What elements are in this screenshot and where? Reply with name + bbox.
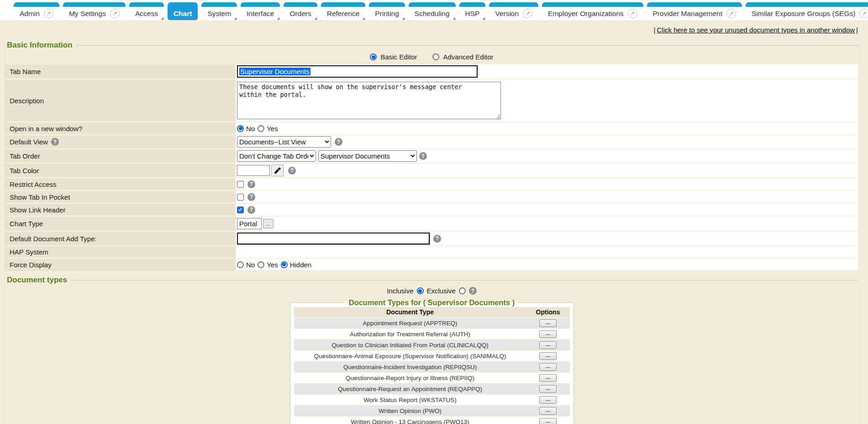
tab-top-bar [542,2,643,7]
external-link-icon[interactable]: ↗ [726,9,736,18]
external-link-icon[interactable]: ↗ [110,9,120,18]
restrict-access-checkbox[interactable] [237,181,244,188]
tab-top-bar [241,2,280,7]
tab-menu-notch-icon [402,17,405,20]
tab-top-bar [168,2,198,7]
open-new-window-no-radio[interactable] [237,125,244,132]
nav-tab[interactable]: Admin ↗ [14,2,59,20]
row-options-button[interactable]: — [539,319,557,327]
chart-type-browse-button[interactable]: ... [263,219,274,228]
exclusive-label: Exclusive [427,287,456,295]
external-link-icon[interactable]: ↗ [44,9,53,18]
default-view-select[interactable]: Documents--List View [237,136,331,148]
nav-tab[interactable]: My Settings ↗ [63,2,126,20]
unused-document-types-link[interactable]: Click here to see your unused document t… [657,26,855,34]
inclusive-radio[interactable] [417,287,424,294]
inclusive-exclusive-toggle: Inclusive Exclusive [5,285,858,296]
row-options-button[interactable]: — [539,341,557,349]
help-icon[interactable] [51,138,59,146]
nav-tab[interactable]: Provider Management ↗ [647,2,742,20]
nav-tab[interactable]: Printing ↗ [369,2,405,20]
field-label: Tab Name [5,64,236,79]
help-icon[interactable] [433,235,441,243]
nav-tab[interactable]: Orders ↗ [284,2,317,20]
nav-tab[interactable]: Employer Organizations ↗ [542,2,643,20]
help-icon[interactable] [247,206,255,214]
field-label: Open in a new window? [5,122,236,134]
row-options-button[interactable]: — [539,396,557,404]
force-display-yes-radio[interactable] [258,261,264,268]
help-icon[interactable] [288,167,296,175]
tab-color-input[interactable] [237,165,270,176]
top-tab-bar: Admin ↗ My Settings ↗ Access ↗ [0,0,868,20]
row-options-button[interactable]: — [539,385,557,393]
exclusive-radio[interactable] [459,287,466,294]
nav-tab[interactable]: Access ↗ [129,2,164,20]
row-options-button[interactable]: — [539,407,557,415]
tab-order-mode-select[interactable]: Don't Change Tab Order [237,150,316,162]
field-label: Tab Order [5,149,236,163]
row-force-display: Force Display No Yes Hidden [5,258,858,270]
nav-tab[interactable]: Version ↗ [489,2,538,20]
row-options-button[interactable]: — [539,352,557,360]
row-options-button[interactable]: — [539,418,557,424]
help-icon[interactable] [469,287,477,295]
description-textarea[interactable]: These documents will show on the supervi… [237,82,501,119]
nav-tab[interactable]: Scheduling ↗ [409,2,456,20]
tab-label: Access [135,10,158,18]
document-types-table-title: Document Types for ( Supervisor Document… [344,298,520,307]
link-pipe-right: | [856,26,858,34]
nav-tab[interactable]: Interface ↗ [241,2,280,20]
tab-top-bar [321,2,366,7]
basic-editor-radio[interactable] [370,53,377,60]
row-options-button[interactable]: — [539,330,557,338]
help-icon[interactable] [247,180,255,188]
open-new-window-yes-radio[interactable] [258,125,264,132]
nav-tab[interactable]: Chart ↗ [168,2,198,20]
force-display-no-radio[interactable] [237,261,244,268]
tab-label: Reference [327,10,360,18]
tab-menu-notch-icon [161,17,163,20]
tab-order-position-select[interactable]: Supervisor Documents [318,150,417,162]
show-link-header-checkbox[interactable] [237,207,244,213]
external-link-icon[interactable]: ↗ [859,9,868,18]
row-options-button[interactable]: — [539,363,557,371]
nav-tab[interactable]: Reference ↗ [321,2,366,20]
document-types-title: Document types [5,276,71,285]
nav-tab[interactable]: System ↗ [201,2,237,20]
field-label: Show Tab In Pocket [5,191,236,203]
tab-top-bar [489,2,538,7]
tab-top-bar [284,2,317,7]
tab-top-bar [129,2,164,7]
document-type-name: Written Opinion - 13 Carcinogens (PWO13) [294,416,526,424]
column-header-options: Options [526,307,570,318]
row-options-button[interactable]: — [539,374,557,382]
force-display-hidden-radio[interactable] [281,261,288,268]
nav-tab[interactable]: HSP ↗ [459,2,486,20]
nav-tab[interactable]: Similar Exposure Groups (SEGs) ↗ [746,2,868,20]
tab-name-input[interactable]: Supervisor Documents [237,65,478,78]
field-label: Default Document Add Type: [5,232,236,245]
help-icon[interactable] [419,152,427,160]
tab-menu-notch-icon [195,17,197,20]
help-icon[interactable] [335,138,342,146]
chart-type-input[interactable]: Portal [237,218,262,229]
table-row: Written Opinion - 13 Carcinogens (PWO13)… [294,416,570,424]
external-link-icon[interactable]: ↗ [523,9,532,18]
advanced-editor-radio[interactable] [432,53,439,60]
field-label: Restrict Access [5,178,236,190]
row-show-link-header: Show Link Header [5,203,858,216]
row-hap-system: HAP System [5,245,858,258]
tab-top-bar [369,2,405,7]
default-document-add-type-input[interactable] [237,233,430,244]
external-link-icon[interactable]: ↗ [628,9,637,18]
show-tab-in-pocket-checkbox[interactable] [237,194,244,201]
help-icon[interactable] [247,193,255,201]
basic-editor-label: Basic Editor [380,53,417,61]
document-type-name: Written Opinion (PWO) [294,405,526,416]
document-types-table: Document Type Options Appointment Reques… [294,307,570,424]
table-row: Questionnaire-Request an Appointment (RE… [294,383,570,394]
table-row: Question to Clinician Initiated From Por… [294,339,570,350]
row-show-tab-in-pocket: Show Tab In Pocket [5,190,858,203]
color-picker-button[interactable] [271,164,284,176]
